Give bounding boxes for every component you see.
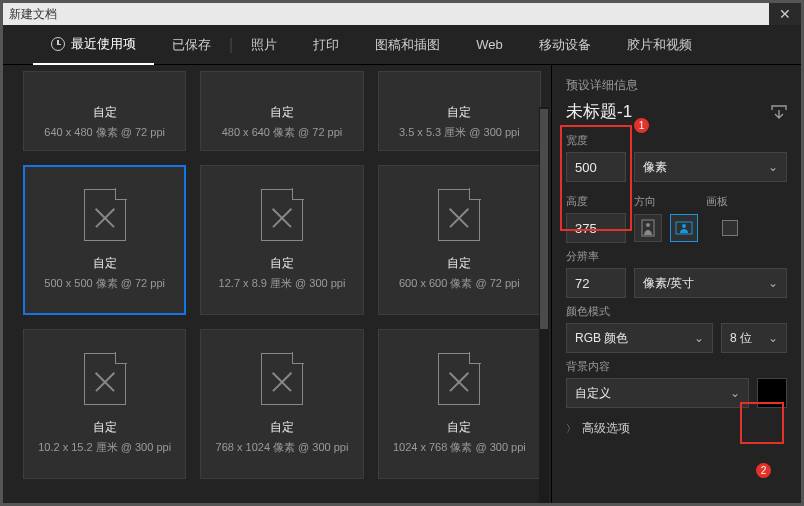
tab-label: 已保存 [172, 36, 211, 54]
preset-name: 自定 [270, 419, 294, 436]
preset-name: 自定 [270, 255, 294, 272]
preset-details-panel: 预设详细信息 未标题-1 宽度 500 像素 ⌄ [551, 65, 801, 503]
new-document-dialog: 新建文档 ✕ 最近使用项 已保存 | 照片 打印 图稿和插图 Web 移动设备 … [2, 2, 802, 504]
details-header: 预设详细信息 [566, 77, 787, 94]
preset-dimensions: 768 x 1024 像素 @ 300 ppi [216, 440, 349, 455]
scrollbar[interactable] [539, 107, 549, 503]
preset-dimensions: 600 x 600 像素 @ 72 ppi [399, 276, 520, 291]
width-label: 宽度 [566, 133, 787, 148]
tab-label: 图稿和插图 [375, 36, 440, 54]
close-icon: ✕ [779, 6, 791, 22]
background-label: 背景内容 [566, 359, 787, 374]
tab-print[interactable]: 打印 [295, 25, 357, 65]
preset-card[interactable]: 自定500 x 500 像素 @ 72 ppi [23, 165, 186, 315]
chevron-down-icon: ⌄ [768, 160, 778, 174]
tab-label: 照片 [251, 36, 277, 54]
close-button[interactable]: ✕ [769, 3, 801, 25]
resolution-input[interactable]: 72 [566, 268, 626, 298]
preset-card[interactable]: 自定12.7 x 8.9 厘米 @ 300 ppi [200, 165, 363, 315]
document-icon [438, 189, 480, 241]
orientation-label: 方向 [634, 194, 656, 209]
orientation-landscape[interactable] [670, 214, 698, 242]
orientation-portrait[interactable] [634, 214, 662, 242]
tab-label: 移动设备 [539, 36, 591, 54]
tab-mobile[interactable]: 移动设备 [521, 25, 609, 65]
background-select[interactable]: 自定义 ⌄ [566, 378, 749, 408]
width-input[interactable]: 500 [566, 152, 626, 182]
chevron-down-icon: ⌄ [694, 331, 704, 345]
preset-dimensions: 1024 x 768 像素 @ 300 ppi [393, 440, 526, 455]
preset-dimensions: 12.7 x 8.9 厘米 @ 300 ppi [219, 276, 346, 291]
document-icon [438, 353, 480, 405]
preset-name: 自定 [270, 104, 294, 121]
scrollbar-thumb[interactable] [540, 109, 548, 329]
svg-point-1 [646, 223, 650, 227]
color-mode-select[interactable]: RGB 颜色 ⌄ [566, 323, 713, 353]
preset-name: 自定 [447, 104, 471, 121]
preset-card[interactable]: 自定3.5 x 5.3 厘米 @ 300 ppi [378, 71, 541, 151]
tab-label: Web [476, 37, 503, 52]
preset-card[interactable]: 自定1024 x 768 像素 @ 300 ppi [378, 329, 541, 479]
preset-card[interactable]: 自定768 x 1024 像素 @ 300 ppi [200, 329, 363, 479]
tab-label: 打印 [313, 36, 339, 54]
preset-name: 自定 [447, 419, 471, 436]
artboard-checkbox[interactable] [722, 220, 738, 236]
svg-point-3 [682, 224, 686, 228]
preset-dimensions: 10.2 x 15.2 厘米 @ 300 ppi [38, 440, 171, 455]
preset-dimensions: 480 x 640 像素 @ 72 ppi [222, 125, 343, 140]
document-icon [84, 189, 126, 241]
preset-card[interactable]: 自定640 x 480 像素 @ 72 ppi [23, 71, 186, 151]
artboard-label: 画板 [706, 194, 728, 209]
document-icon [261, 189, 303, 241]
window-title: 新建文档 [3, 6, 57, 23]
chevron-down-icon: ⌄ [730, 386, 740, 400]
preset-card[interactable]: 自定480 x 640 像素 @ 72 ppi [200, 71, 363, 151]
background-color-swatch[interactable] [757, 378, 787, 408]
tab-recent[interactable]: 最近使用项 [33, 25, 154, 65]
document-name[interactable]: 未标题-1 [566, 100, 632, 123]
preset-dimensions: 500 x 500 像素 @ 72 ppi [44, 276, 165, 291]
preset-dimensions: 3.5 x 5.3 厘米 @ 300 ppi [399, 125, 520, 140]
resolution-label: 分辨率 [566, 249, 787, 264]
tab-saved[interactable]: 已保存 [154, 25, 229, 65]
dialog-body: 最近使用项 已保存 | 照片 打印 图稿和插图 Web 移动设备 胶片和视频 自… [3, 25, 801, 503]
resolution-unit-select[interactable]: 像素/英寸 ⌄ [634, 268, 787, 298]
category-tabs: 最近使用项 已保存 | 照片 打印 图稿和插图 Web 移动设备 胶片和视频 [3, 25, 801, 65]
clock-icon [51, 37, 65, 51]
preset-card[interactable]: 自定600 x 600 像素 @ 72 ppi [378, 165, 541, 315]
preset-name: 自定 [93, 255, 117, 272]
chevron-down-icon: ⌄ [768, 276, 778, 290]
preset-card[interactable]: 自定10.2 x 15.2 厘米 @ 300 ppi [23, 329, 186, 479]
color-mode-label: 颜色模式 [566, 304, 787, 319]
preset-grid: 自定640 x 480 像素 @ 72 ppi自定480 x 640 像素 @ … [3, 65, 551, 503]
advanced-options-toggle[interactable]: 〉 高级选项 [566, 420, 787, 437]
preset-name: 自定 [447, 255, 471, 272]
bit-depth-select[interactable]: 8 位 ⌄ [721, 323, 787, 353]
tab-art[interactable]: 图稿和插图 [357, 25, 458, 65]
preset-name: 自定 [93, 419, 117, 436]
height-input[interactable]: 375 [566, 213, 626, 243]
titlebar: 新建文档 ✕ [3, 3, 801, 25]
save-preset-icon[interactable] [771, 105, 787, 119]
tab-label: 胶片和视频 [627, 36, 692, 54]
document-icon [261, 353, 303, 405]
document-icon [84, 353, 126, 405]
tab-label: 最近使用项 [71, 35, 136, 53]
annotation-badge-1: 1 [634, 118, 649, 133]
preset-dimensions: 640 x 480 像素 @ 72 ppi [44, 125, 165, 140]
chevron-right-icon: 〉 [566, 422, 576, 436]
tab-photo[interactable]: 照片 [233, 25, 295, 65]
tab-web[interactable]: Web [458, 25, 521, 65]
annotation-badge-2: 2 [756, 463, 771, 478]
unit-select[interactable]: 像素 ⌄ [634, 152, 787, 182]
chevron-down-icon: ⌄ [768, 331, 778, 345]
preset-name: 自定 [93, 104, 117, 121]
height-label: 高度 [566, 194, 626, 209]
tab-film[interactable]: 胶片和视频 [609, 25, 710, 65]
